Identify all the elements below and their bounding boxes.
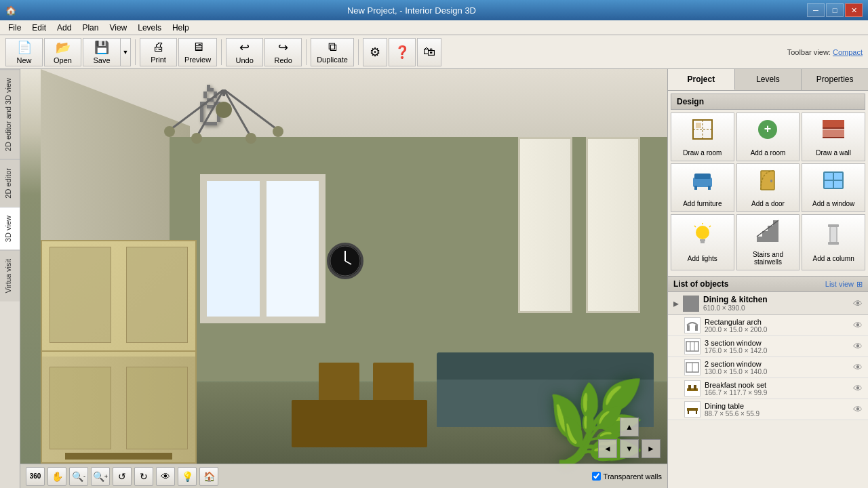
item-visibility-dining-table[interactable]: 👁 [853, 404, 863, 415]
look-button[interactable]: 👁 [156, 467, 175, 486]
add-column-button[interactable]: Add a column [802, 214, 865, 270]
item-icon-arch [684, 317, 701, 333]
menu-file[interactable]: File [3, 22, 26, 34]
menu-edit[interactable]: Edit [26, 22, 52, 34]
tab-project[interactable]: Project [668, 69, 735, 90]
object-group-dining-kitchen[interactable]: ▸ Dining & kitchen 610.0 × 390.0 👁 [668, 292, 868, 315]
menu-help[interactable]: Help [167, 22, 195, 34]
zoom-out-button[interactable]: 🔍- [69, 467, 88, 486]
cabinet-lower-door-right [126, 367, 187, 449]
viewport[interactable]: 🕯 [20, 69, 667, 488]
restore-button[interactable]: □ [826, 3, 844, 17]
save-button[interactable]: 💾 Save [83, 38, 120, 66]
draw-wall-button[interactable]: Draw a wall [802, 113, 865, 161]
sofa-back [437, 352, 654, 380]
view-360-button[interactable]: 360 [26, 467, 45, 486]
group-dims: 610.0 × 390.0 [703, 304, 849, 312]
menu-view[interactable]: View [104, 22, 132, 34]
svg-rect-16 [696, 123, 701, 128]
item-visibility-breakfast[interactable]: 👁 [853, 383, 863, 394]
add-window-button[interactable]: Add a window [802, 163, 865, 212]
zoom-in-button[interactable]: 🔍+ [91, 467, 110, 486]
tab-2d-3d[interactable]: 2D editor and 3D view [0, 69, 20, 159]
cabinet [41, 240, 197, 464]
pan-button[interactable]: ✋ [47, 467, 66, 486]
objects-list[interactable]: ▸ Dining & kitchen 610.0 × 390.0 👁 [668, 292, 868, 488]
duplicate-button[interactable]: ⧉ Duplicate [311, 38, 354, 66]
transparent-walls-checkbox[interactable] [592, 472, 601, 481]
menu-add[interactable]: Add [52, 22, 77, 34]
draw-room-button[interactable]: Draw a room [671, 113, 734, 161]
main-layout: 2D editor and 3D view 2D editor 3D view … [0, 69, 868, 488]
toolbar-view-compact: Toolbar view: Compact [787, 48, 863, 56]
stairs-button[interactable]: Stairs and stairwells [736, 214, 800, 270]
chandelier-svg [156, 89, 292, 144]
group-thumbnail [683, 296, 699, 312]
settings-icon: ⚙ [370, 45, 380, 60]
tab-levels[interactable]: Levels [735, 69, 802, 90]
list-item-rectangular-arch[interactable]: Rectangular arch 200.0 × 15.0 × 200.0 👁 [668, 315, 868, 336]
menu-plan[interactable]: Plan [77, 22, 104, 34]
group-visibility-toggle[interactable]: 👁 [853, 298, 863, 309]
open-button[interactable]: 📂 Open [44, 38, 81, 66]
nav-left[interactable]: ◄ [598, 439, 617, 458]
draw-wall-icon [821, 117, 846, 146]
bottom-toolbar: 360 ✋ 🔍- 🔍+ ↺ ↻ 👁 💡 🏠 Transparent walls [20, 464, 667, 488]
item-dims-window2: 130.0 × 15.0 × 140.0 [705, 368, 849, 375]
preview-icon: 🖥 [192, 40, 204, 54]
svg-rect-46 [831, 227, 836, 242]
item-visibility-arch[interactable]: 👁 [853, 320, 863, 331]
add-door-button[interactable]: Add a door [736, 163, 800, 212]
duplicate-label: Duplicate [317, 56, 348, 64]
svg-rect-19 [823, 120, 844, 128]
nav-right[interactable]: ► [642, 439, 660, 458]
rotate-button[interactable]: ↻ [134, 467, 153, 486]
compact-link[interactable]: Compact [833, 48, 863, 56]
print-button[interactable]: 🖨 Print [140, 38, 177, 66]
redo-button[interactable]: ↪ Redo [264, 38, 302, 66]
item-visibility-window2[interactable]: 👁 [853, 362, 863, 373]
print-label: Print [151, 56, 166, 64]
tab-3d-view[interactable]: 3D view [0, 207, 20, 250]
tab-virtual-visit[interactable]: Virtua visit [0, 250, 20, 302]
preview-button[interactable]: 🖥 Preview [178, 38, 217, 66]
tab-2d-editor[interactable]: 2D editor [0, 159, 20, 207]
light-toggle-button[interactable]: 💡 [178, 467, 197, 486]
new-button[interactable]: 📄 New [5, 38, 43, 66]
svg-line-36 [709, 226, 711, 227]
save-icon: 💾 [94, 40, 109, 55]
settings-button[interactable]: ⚙ [363, 38, 387, 66]
save-dropdown-arrow[interactable]: ▼ [120, 38, 131, 66]
menu-levels[interactable]: Levels [132, 22, 167, 34]
minimize-button[interactable]: ─ [807, 3, 825, 17]
list-item-breakfast-nook[interactable]: Breakfast nook set 166.7 × 117.7 × 99.9 … [668, 378, 868, 399]
home-view-button[interactable]: 🏠 [199, 467, 218, 486]
help-button[interactable]: ❓ [389, 38, 416, 66]
save-split-button[interactable]: 💾 Save ▼ [83, 38, 131, 66]
nav-up[interactable]: ▲ [620, 418, 639, 436]
item-visibility-window3[interactable]: 👁 [853, 341, 863, 352]
svg-rect-55 [688, 385, 691, 390]
undo-button[interactable]: ↩ Undo [226, 38, 263, 66]
list-item-dining-table[interactable]: Dining table 88.7 × 55.6 × 55.9 👁 [668, 399, 868, 420]
svg-line-37 [694, 226, 696, 227]
orbit-button[interactable]: ↺ [113, 467, 132, 486]
toolbar: 📄 New 📂 Open 💾 Save ▼ 🖨 Print 🖥 Preview … [0, 35, 868, 69]
close-button[interactable]: ✕ [845, 3, 863, 17]
svg-point-32 [696, 226, 709, 239]
store-button[interactable]: 🛍 [417, 38, 441, 66]
nav-down[interactable]: ▼ [620, 439, 639, 458]
item-icon-window3 [684, 338, 701, 354]
tab-properties[interactable]: Properties [802, 69, 868, 90]
svg-rect-59 [696, 411, 697, 414]
add-room-button[interactable]: + Add a room [736, 113, 800, 161]
add-lights-button[interactable]: Add lights [671, 214, 734, 270]
transparent-walls-label[interactable]: Transparent walls [604, 472, 662, 481]
svg-rect-49 [686, 342, 698, 351]
list-item-2-section-window[interactable]: 2 section window 130.0 × 15.0 × 140.0 👁 [668, 357, 868, 378]
list-item-3-section-window[interactable]: 3 section window 176.0 × 15.0 × 142.0 👁 [668, 336, 868, 357]
cabinet-door-right [126, 247, 187, 343]
add-furniture-button[interactable]: Add furniture [671, 163, 734, 212]
list-view-button[interactable]: List view ⊞ [825, 280, 863, 289]
redo-label: Redo [274, 56, 292, 64]
